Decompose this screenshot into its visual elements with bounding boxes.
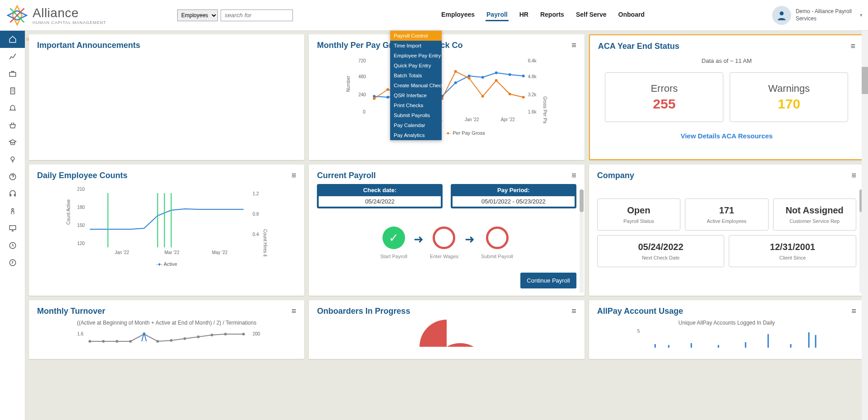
hamburger-icon[interactable]: ≡ (571, 171, 576, 180)
sidebar-clock[interactable] (0, 237, 25, 254)
hamburger-icon[interactable]: ≡ (292, 307, 297, 316)
svg-text:0.8: 0.8 (253, 212, 259, 217)
svg-point-71 (170, 339, 173, 342)
svg-text:200: 200 (253, 331, 260, 336)
aca-errors-tile[interactable]: Errors 255 (605, 72, 723, 122)
aca-asof: Data as of ~ 11 AM (598, 57, 855, 64)
continue-payroll-button[interactable]: Continue Payroll (520, 273, 576, 288)
svg-text:Mar '22: Mar '22 (165, 250, 179, 255)
dropdown-item-time-import[interactable]: Time Import (390, 41, 442, 51)
hamburger-icon[interactable]: ≡ (292, 171, 297, 180)
logo-icon (5, 4, 29, 27)
svg-text:5: 5 (637, 329, 640, 334)
sidebar-home[interactable]: » (0, 31, 25, 48)
svg-rect-82 (745, 342, 746, 348)
hamburger-icon[interactable]: ≡ (850, 42, 855, 51)
svg-rect-81 (717, 345, 719, 348)
dropdown-item-submit-payrolls[interactable]: Submit Payrolls (390, 110, 442, 120)
circle-icon (433, 227, 455, 249)
panel-title: Monthly Turnover (37, 307, 105, 316)
logo-subtitle: HUMAN CAPITAL MANAGEMENT (33, 20, 106, 25)
tile-active-employees[interactable]: 171Active Employees (685, 198, 768, 231)
sidebar-help[interactable] (0, 168, 25, 185)
tile-client-since[interactable]: 12/31/2001Client Since (729, 235, 856, 267)
step-submit-payroll[interactable]: Submit Payroll (481, 227, 513, 259)
content-scrollbar[interactable] (862, 31, 868, 420)
dropdown-item-payroll-control[interactable]: Payroll Control (390, 31, 442, 41)
dropdown-item-pay-calendar[interactable]: Pay Calendar (390, 120, 442, 130)
panel-title: Onboarders In Progress (317, 307, 410, 316)
svg-rect-6 (9, 226, 16, 230)
sidebar-analytics[interactable] (0, 48, 25, 65)
aca-details-link[interactable]: View Details ACA Resources (598, 132, 855, 140)
tile-payroll-status[interactable]: OpenPayroll Status (597, 198, 680, 231)
nav-payroll[interactable]: Payroll (486, 9, 509, 21)
sidebar-history[interactable] (0, 254, 25, 271)
dropdown-item-pay-analytics[interactable]: Pay Analytics (390, 130, 442, 140)
app-header: Alliance HUMAN CAPITAL MANAGEMENT Employ… (0, 0, 868, 31)
svg-rect-86 (815, 335, 816, 348)
step-start-payroll[interactable]: ✓ Start Payroll (380, 227, 407, 259)
hamburger-icon[interactable]: ≡ (851, 307, 856, 316)
hamburger-icon[interactable]: ≡ (571, 41, 576, 50)
turnover-formula: ((Active at Beginning of Month + Active … (37, 320, 296, 326)
panel-title: AllPay Account Usage (597, 307, 683, 316)
nav-employees[interactable]: Employees (440, 9, 476, 21)
nav-reports[interactable]: Reports (539, 9, 565, 21)
svg-text:6.4k: 6.4k (528, 58, 537, 63)
sidebar-building[interactable] (0, 82, 25, 99)
dropdown-item-create-manual-check[interactable]: Create Manual Check (390, 80, 442, 90)
hamburger-icon[interactable]: ≡ (571, 307, 576, 316)
dropdown-item-batch-totals[interactable]: Batch Totals (390, 71, 442, 80)
dropdown-item-print-checks[interactable]: Print Checks (390, 100, 442, 110)
user-menu[interactable]: Demo - Alliance Payroll Services ▾ (772, 6, 863, 25)
sidebar-person[interactable] (0, 203, 25, 220)
panel-monthly-turnover: Monthly Turnover ≡ ((Active at Beginning… (29, 300, 304, 359)
nav-onboard[interactable]: Onboard (618, 9, 646, 21)
monthly-chart: Number Gross Per Pay 7204802400 6.4k4.8k… (317, 56, 576, 123)
sidebar-education[interactable] (0, 134, 25, 151)
svg-point-42 (522, 96, 525, 99)
sidebar-basket[interactable] (0, 117, 25, 134)
hamburger-icon[interactable]: ≡ (851, 171, 856, 180)
tile-next-check-date[interactable]: 05/24/2022Next Check Date (597, 235, 725, 267)
aca-warnings-tile[interactable]: Warnings 170 (730, 72, 848, 122)
dropdown-item-quick-pay-entry[interactable]: Quick Pay Entry (390, 61, 442, 71)
sidebar-ideas[interactable] (0, 151, 25, 168)
svg-text:1.6k: 1.6k (528, 109, 537, 114)
sidebar-notifications[interactable] (0, 99, 25, 117)
legend-gross: Per Pay Gross (445, 130, 485, 136)
panel-onboarders: Onboarders In Progress ≡ (309, 300, 584, 359)
nav-self-serve[interactable]: Self Serve (575, 9, 608, 21)
sidebar-support[interactable] (0, 185, 25, 203)
svg-point-28 (495, 71, 498, 74)
pay-period-box: Pay Period: 05/01/2022 - 05/23/2022 (451, 184, 576, 208)
top-nav: Employees Payroll HR Reports Self Serve … (440, 9, 646, 21)
svg-text:180: 180 (77, 205, 85, 210)
legend-active: Active (156, 261, 177, 267)
scrollbar[interactable] (580, 189, 584, 293)
sidebar-briefcase[interactable] (0, 65, 25, 82)
tile-csr[interactable]: Not AssignedCustomer Service Rep (773, 198, 856, 231)
nav-hr[interactable]: HR (519, 9, 529, 21)
svg-point-72 (184, 337, 186, 340)
sidebar: » (0, 31, 25, 420)
panel-company: Company ≡ OpenPayroll Status 171Active E… (589, 165, 864, 296)
search-input[interactable] (221, 9, 293, 21)
svg-rect-2 (10, 88, 14, 94)
step-enter-wages[interactable]: Enter Wages (430, 227, 458, 259)
sidebar-monitor[interactable] (0, 220, 25, 237)
onboard-pie (420, 320, 474, 347)
dropdown-item-employee-pay-entry[interactable]: Employee Pay Entry (390, 51, 442, 61)
svg-rect-1 (9, 72, 16, 76)
svg-text:Gross Per Pay: Gross Per Pay (542, 96, 547, 123)
svg-text:Apr '22: Apr '22 (501, 117, 515, 122)
check-icon: ✓ (382, 227, 405, 249)
avatar-icon (772, 6, 791, 25)
search-scope-select[interactable]: Employees (177, 9, 218, 21)
panel-title: Company (597, 171, 634, 180)
dropdown-item-qsr-interface[interactable]: QSR Interface (390, 90, 442, 100)
svg-point-0 (780, 11, 784, 15)
svg-point-27 (481, 76, 484, 79)
svg-point-41 (509, 93, 511, 95)
